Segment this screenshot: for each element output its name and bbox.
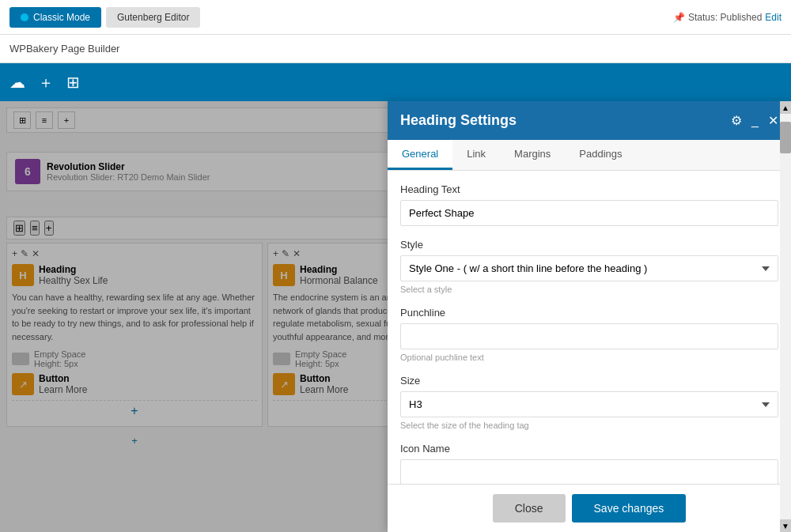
wpbakery-title: WPBakery Page Builder [9, 43, 119, 55]
style-group: Style Style One - ( w/ a short thin line… [400, 239, 778, 294]
close-button[interactable]: Close [493, 494, 566, 523]
gutenberg-label: Gutenberg Editor [117, 12, 189, 23]
modal-header-icons: ⚙ _ ✕ [731, 113, 778, 128]
tab-paddings[interactable]: Paddings [565, 140, 636, 170]
style-hint: Select a style [400, 285, 778, 294]
wpbakery-bar: WPBakery Page Builder [0, 35, 791, 63]
tab-general[interactable]: General [388, 140, 452, 170]
punchline-hint: Optional puchline text [400, 353, 778, 362]
style-select[interactable]: Style One - ( w/ a short thin line befor… [400, 255, 778, 281]
status-label: Status: Published [688, 12, 762, 23]
modal-footer: Close Save changes [388, 484, 791, 532]
style-label: Style [400, 239, 778, 251]
content-area: ⊞ ≡ + + ✎ ✕ 6 Revolution Slider Revoluti… [0, 101, 791, 532]
gutenberg-editor-button[interactable]: Gutenberg Editor [106, 7, 200, 28]
icon-name-input[interactable] [400, 459, 778, 484]
punchline-group: Punchline Optional puchline text [400, 307, 778, 362]
edit-link[interactable]: Edit [765, 12, 782, 23]
icon-name-group: Icon Name Click inside the field to sele… [400, 443, 778, 484]
scroll-thumb[interactable] [780, 122, 791, 153]
heading-text-input[interactable] [400, 200, 778, 226]
modal-title: Heading Settings [400, 112, 517, 129]
blue-toolbar: ☁ ＋ ⊞ [0, 63, 791, 101]
size-select[interactable]: H3 [400, 391, 778, 417]
heading-text-group: Heading Text [400, 183, 778, 226]
size-hint: Select the size of the heading tag [400, 421, 778, 430]
scroll-track [780, 114, 791, 519]
tab-margins[interactable]: Margins [500, 140, 565, 170]
scroll-down-button[interactable]: ▼ [780, 519, 791, 532]
size-label: Size [400, 375, 778, 387]
top-bar: Classic Mode Gutenberg Editor 📌 Status: … [0, 0, 791, 35]
punchline-input[interactable] [400, 323, 778, 349]
modal-close-button[interactable]: ✕ [768, 113, 778, 128]
status-bar: 📌 Status: Published Edit [673, 12, 782, 23]
size-group: Size H3 Select the size of the heading t… [400, 375, 778, 430]
classic-mode-label: Classic Mode [33, 12, 90, 23]
modal-scrollbar: ▲ ▼ [780, 101, 791, 532]
classic-mode-button[interactable]: Classic Mode [9, 7, 101, 28]
modal-body: Heading Text Style Style One - ( w/ a sh… [388, 171, 791, 484]
scroll-up-button[interactable]: ▲ [780, 101, 791, 114]
tab-link[interactable]: Link [452, 140, 500, 170]
classic-mode-dot [21, 13, 28, 21]
modal-header: Heading Settings ⚙ _ ✕ [388, 101, 791, 140]
cloud-icon-button[interactable]: ☁ [9, 73, 25, 92]
modal-settings-button[interactable]: ⚙ [731, 113, 742, 128]
add-element-button[interactable]: ＋ [38, 72, 54, 93]
punchline-label: Punchline [400, 307, 778, 319]
heading-settings-modal: Heading Settings ⚙ _ ✕ General Link Marg… [388, 101, 791, 532]
modal-tabs: General Link Margins Paddings [388, 140, 791, 171]
grid-button[interactable]: ⊞ [66, 73, 80, 92]
save-changes-button[interactable]: Save changes [572, 494, 687, 523]
pin-icon: 📌 [673, 12, 685, 23]
modal-minimize-button[interactable]: _ [751, 114, 759, 128]
icon-name-label: Icon Name [400, 443, 778, 455]
heading-text-label: Heading Text [400, 183, 778, 195]
